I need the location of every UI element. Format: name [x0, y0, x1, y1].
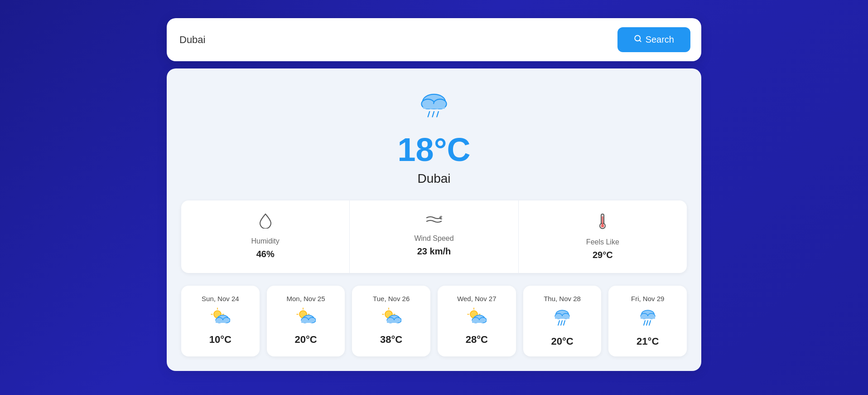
svg-rect-22 [216, 320, 227, 323]
svg-line-56 [564, 321, 565, 325]
forecast-card-1: Mon, Nov 25 20°C [267, 286, 345, 356]
svg-line-54 [558, 321, 559, 325]
wind-icon [426, 213, 442, 229]
stats-row: Humidity 46% Wind Speed 23 km/h [181, 200, 687, 273]
forecast-icon-2 [381, 307, 401, 329]
svg-line-63 [649, 321, 651, 325]
humidity-value: 46% [256, 249, 275, 259]
search-card: Search [167, 18, 701, 61]
forecast-icon-1 [296, 307, 316, 329]
wind-speed-value: 23 km/h [417, 246, 451, 257]
forecast-temp-4: 20°C [551, 336, 573, 347]
forecast-row: Sun, Nov 24 10°C [181, 286, 687, 356]
forecast-card-5: Fri, Nov 29 21°C [608, 286, 687, 356]
forecast-temp-5: 21°C [637, 336, 659, 347]
forecast-icon-5 [638, 307, 658, 331]
forecast-card-2: Tue, Nov 26 38°C [352, 286, 430, 356]
svg-rect-60 [641, 316, 655, 319]
forecast-temp-1: 20°C [294, 334, 317, 346]
search-icon [634, 34, 642, 45]
forecast-icon-4 [552, 307, 572, 331]
humidity-icon [259, 213, 272, 232]
weather-icon-main [416, 87, 452, 125]
forecast-date-5: Fri, Nov 29 [631, 295, 664, 302]
svg-rect-49 [472, 320, 483, 323]
forecast-date-1: Mon, Nov 25 [286, 295, 325, 302]
forecast-icon-3 [467, 307, 487, 329]
forecast-date-4: Thu, Nov 28 [544, 295, 581, 302]
forecast-temp-3: 28°C [466, 334, 488, 346]
forecast-card-3: Wed, Nov 27 28°C [438, 286, 516, 356]
feels-like-label: Feels Like [586, 238, 619, 246]
forecast-card-0: Sun, Nov 24 10°C [181, 286, 260, 356]
forecast-date-2: Tue, Nov 26 [373, 295, 410, 302]
forecast-icon-0 [210, 307, 230, 329]
feels-like-value: 29°C [593, 250, 613, 260]
forecast-temp-2: 38°C [380, 334, 402, 346]
svg-rect-40 [387, 320, 398, 323]
temperature: 18°C [398, 132, 471, 168]
search-input[interactable] [178, 30, 610, 49]
svg-point-13 [601, 224, 604, 228]
forecast-date-3: Wed, Nov 27 [457, 295, 496, 302]
svg-line-1 [639, 40, 641, 41]
main-container: Search 18°C Dubai [167, 18, 701, 371]
forecast-card-4: Thu, Nov 28 20°C [523, 286, 602, 356]
svg-rect-5 [423, 104, 445, 109]
stat-wind-speed: Wind Speed 23 km/h [350, 200, 518, 273]
stat-humidity: Humidity 46% [181, 200, 350, 273]
search-button-label: Search [646, 34, 674, 45]
svg-line-8 [437, 112, 439, 117]
svg-line-61 [644, 321, 645, 325]
svg-line-62 [646, 321, 648, 325]
svg-line-55 [561, 321, 562, 325]
wind-speed-label: Wind Speed [414, 234, 453, 243]
weather-card: 18°C Dubai Humidity 46% [167, 68, 701, 371]
svg-line-7 [432, 112, 434, 117]
forecast-temp-0: 10°C [209, 334, 231, 346]
city-name: Dubai [417, 171, 450, 186]
humidity-label: Humidity [251, 237, 280, 245]
svg-line-6 [428, 112, 430, 117]
svg-rect-31 [301, 320, 312, 323]
thermometer-icon [598, 213, 607, 233]
stat-feels-like: Feels Like 29°C [519, 200, 687, 273]
forecast-date-0: Sun, Nov 24 [202, 295, 239, 302]
search-button[interactable]: Search [617, 27, 690, 52]
svg-rect-53 [555, 316, 569, 319]
